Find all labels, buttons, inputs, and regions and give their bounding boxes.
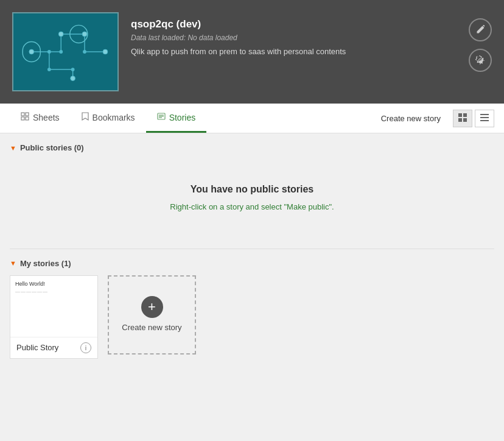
edit-button[interactable] — [469, 18, 492, 41]
public-stories-header[interactable]: ▼ Public stories (0) — [10, 143, 494, 152]
app-header-left: qsop2qc (dev) Data last loaded: No data … — [12, 12, 346, 91]
create-story-card[interactable]: + Create new story — [108, 275, 196, 355]
nav-tabs: Sheets Bookmarks Stories Create new stor… — [0, 104, 504, 133]
sheets-icon — [21, 112, 29, 122]
svg-point-10 — [58, 32, 63, 37]
app-thumbnail — [12, 12, 119, 91]
public-stories-title: Public stories (0) — [20, 143, 84, 152]
svg-rect-32 — [463, 118, 467, 122]
svg-point-16 — [47, 68, 51, 71]
story-card-1[interactable]: Hello World! —————— Public Story i — [10, 275, 98, 359]
tab-sheets-label: Sheets — [33, 113, 60, 122]
create-story-nav-button[interactable]: Create new story — [374, 109, 448, 128]
svg-point-14 — [103, 49, 108, 54]
svg-point-11 — [59, 50, 63, 54]
list-view-button[interactable] — [475, 110, 494, 127]
public-stories-section: ▼ Public stories (0) You have no public … — [10, 143, 494, 244]
my-stories-title: My stories (1) — [20, 259, 71, 268]
svg-rect-22 — [26, 113, 29, 116]
empty-subtitle: Right-click on a story and select "Make … — [10, 201, 494, 213]
my-stories-collapse-triangle: ▼ — [10, 259, 16, 267]
view-toggle — [453, 110, 494, 127]
svg-rect-29 — [458, 113, 462, 117]
tab-sheets[interactable]: Sheets — [10, 104, 71, 133]
story-info-icon-1[interactable]: i — [80, 342, 91, 353]
app-info: qsop2qc (dev) Data last loaded: No data … — [131, 12, 346, 56]
svg-point-18 — [71, 76, 75, 81]
story-thumbnail-text-1: Hello World! — [15, 281, 48, 287]
app-data-loaded: Data last loaded: No data loaded — [131, 34, 346, 42]
app-header: qsop2qc (dev) Data last loaded: No data … — [0, 0, 504, 104]
create-plus-icon: + — [141, 296, 163, 318]
svg-rect-31 — [458, 118, 462, 122]
svg-rect-23 — [21, 117, 24, 120]
tab-bookmarks-label: Bookmarks — [93, 113, 135, 122]
empty-stories-area: You have no public stories Right-click o… — [10, 160, 494, 231]
empty-title: You have no public stories — [10, 184, 494, 195]
app-description: Qlik app to push from on prem to saas wi… — [131, 47, 346, 56]
svg-rect-21 — [21, 113, 24, 116]
svg-point-12 — [82, 32, 87, 37]
tab-stories[interactable]: Stories — [146, 104, 207, 133]
app-header-actions — [469, 12, 492, 72]
app-name: qsop2qc (dev) — [131, 18, 346, 30]
svg-rect-35 — [480, 120, 489, 121]
stories-grid: Hello World! —————— Public Story i + Cre… — [10, 275, 494, 359]
story-name-1: Public Story — [16, 343, 58, 352]
svg-point-17 — [71, 68, 75, 71]
svg-rect-34 — [480, 117, 489, 118]
story-thumbnail-1: Hello World! —————— — [10, 276, 97, 337]
story-card-footer-1: Public Story i — [10, 337, 97, 358]
tab-stories-label: Stories — [169, 113, 196, 122]
svg-point-9 — [29, 49, 34, 54]
create-story-label: Create new story — [122, 323, 181, 333]
section-divider — [10, 249, 494, 249]
stories-icon — [157, 112, 166, 122]
svg-rect-33 — [480, 114, 489, 115]
svg-rect-24 — [26, 117, 29, 120]
my-stories-section: ▼ My stories (1) Hello World! —————— Pub… — [10, 259, 494, 359]
svg-point-15 — [47, 50, 51, 54]
grid-view-button[interactable] — [453, 110, 472, 127]
collapse-triangle: ▼ — [10, 144, 16, 152]
svg-point-13 — [83, 50, 86, 54]
bookmarks-icon — [82, 112, 89, 122]
settings-button[interactable] — [469, 49, 492, 72]
tab-bookmarks[interactable]: Bookmarks — [71, 104, 146, 133]
svg-rect-30 — [463, 113, 467, 117]
my-stories-header[interactable]: ▼ My stories (1) — [10, 259, 494, 268]
main-content: ▼ Public stories (0) You have no public … — [0, 133, 504, 432]
